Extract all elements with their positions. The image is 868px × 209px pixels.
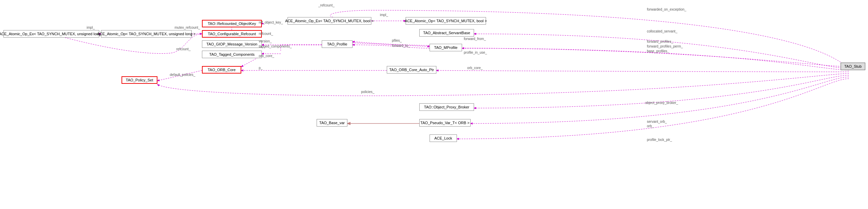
node-tao-refcounted-objectkey: TAO::Refcounted_ObjectKey <box>202 20 262 27</box>
node-tao-object-proxy-broker: TAO::Object_Proxy_Broker <box>419 103 474 111</box>
svg-line-15 <box>353 43 430 47</box>
node-tao-mprofile: TAO_MProfile <box>430 44 462 51</box>
node-ace-lock: ACE_Lock <box>430 134 457 142</box>
node-tao-stub: TAO_Stub <box>841 63 865 70</box>
label-collocated-servant: collocated_servant_ <box>647 29 677 33</box>
diagram-container: ACE_Atomic_Op_Ex< TAO_SYNCH_MUTEX, unsig… <box>0 0 868 209</box>
label-pfiles: pfiles_ <box>392 39 402 42</box>
label-refcount-1: refcount_ <box>176 47 191 51</box>
label-forward-from: forward_from_ <box>464 37 486 41</box>
node-ace-atomic-op-ex-bool: ACE_Atomic_Op_Ex< TAO_SYNCH_MUTEX, bool … <box>288 17 371 25</box>
label-tagged-components: tagged_components_ <box>259 44 292 48</box>
label-policies: policies_ <box>361 90 374 94</box>
node-tao-orb-core: TAO_ORB_Core <box>202 66 241 74</box>
node-tao-configurable-refcount: TAO_Configurable_Refcount <box>202 30 262 38</box>
label-forward-to: forward_to_ <box>392 44 410 48</box>
label-impl-2: impl_ <box>380 13 388 17</box>
label-ref-object-key: ref_object_key_ <box>259 21 283 24</box>
node-ace-atomic-op-unsigned: ACE_Atomic_Op< TAO_SYNCH_MUTEX, unsigned… <box>101 30 192 38</box>
label-object-proxy-broker: object_proxy_broker_ <box>645 101 678 105</box>
node-tao-profile: TAO_Profile <box>322 40 353 48</box>
label-refcount-2: refcount_ <box>259 32 273 36</box>
node-tao-pseudo-var: TAO_Pseudo_Var_T< ORB > <box>419 119 471 127</box>
label-base-profiles: base_profiles_ <box>647 49 669 53</box>
node-tao-base-var: TAO_Base_var <box>317 119 347 127</box>
node-ace-atomic-op-ex-unsigned: ACE_Atomic_Op_Ex< TAO_SYNCH_MUTEX, unsig… <box>3 30 99 38</box>
node-ace-atomic-op-bool: ACE_Atomic_Op< TAO_SYNCH_MUTEX, bool > <box>406 17 486 25</box>
label-impl-1: impl_ <box>87 26 95 29</box>
node-tao-tagged-components: TAO_Tagged_Components <box>202 51 262 58</box>
label-orb-core-1: orb_core_ <box>259 54 274 58</box>
label-servant-orb: servant_orb_ <box>647 120 667 123</box>
label-orb-core-2: orb_core_ <box>467 66 483 70</box>
label-orb: orb_ <box>647 124 654 128</box>
label-profile-in-use: profile_in_use_ <box>464 51 487 54</box>
label-forwarded-on-exception: forwarded_on_exception_ <box>647 8 686 11</box>
node-tao-giop-message-version: TAO_GIOP_Message_Version <box>202 40 262 48</box>
node-tao-orb-core-auto-ptr: TAO_ORB_Core_Auto_Ptr <box>387 66 436 74</box>
node-tao-abstract-servantbase: TAO_Abstract_ServantBase <box>419 29 474 37</box>
label-p: p_ <box>259 66 263 70</box>
label-forward-profiles: forward_profiles_ <box>647 40 673 43</box>
label-profile-lock-ptr: profile_lock_ptr_ <box>647 138 672 142</box>
label-forward-profiles-perm: forward_profiles_perm_ <box>647 44 683 48</box>
label-version: version_ <box>259 39 272 43</box>
node-tao-policy-set: TAO_Policy_Set <box>122 76 157 84</box>
label-mutex-refcount: mutex_refcount_ <box>175 26 200 29</box>
label-refcount-3: _refcount_ <box>318 3 334 7</box>
label-default-policies: default_policies_ <box>170 73 195 77</box>
